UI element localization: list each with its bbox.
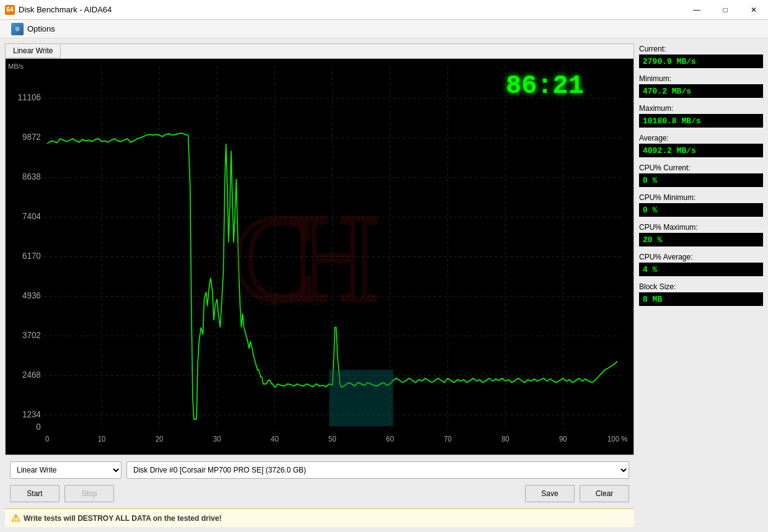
- maximum-value: 10180.8 MB/s: [639, 114, 763, 128]
- cpu-current-label: CPU% Current:: [639, 164, 763, 172]
- stat-cpu-avg: CPU% Average: 4 %: [639, 253, 763, 276]
- options-label: Options: [27, 24, 55, 33]
- chart-container: Linear Write MB/s 86:21 C H & Co: [5, 43, 634, 455]
- current-label: Current:: [639, 45, 763, 53]
- svg-text:0: 0: [45, 435, 50, 444]
- svg-text:70: 70: [444, 435, 452, 444]
- svg-text:2468: 2468: [22, 369, 41, 380]
- cpu-max-label: CPU% Maximum:: [639, 223, 763, 232]
- cpu-current-value: 0 %: [639, 173, 763, 187]
- cpu-avg-value: 4 %: [639, 263, 763, 276]
- svg-text:40: 40: [271, 435, 279, 444]
- controls-bar: Linear Write Disk Drive #0 [Corsair MP70…: [5, 459, 634, 481]
- close-button[interactable]: ✕: [739, 0, 768, 20]
- average-value: 4092.2 MB/s: [639, 144, 763, 157]
- stat-cpu-max: CPU% Maximum: 20 %: [639, 223, 763, 246]
- options-menu-item[interactable]: ⚙ Options: [5, 20, 61, 38]
- stat-block-size: Block Size: 8 MB: [639, 282, 763, 306]
- chart-area: MB/s 86:21 C H & Co: [6, 59, 633, 455]
- svg-text:90: 90: [559, 435, 567, 444]
- app-icon: 64: [5, 5, 15, 15]
- y-axis-label: MB/s: [8, 63, 24, 70]
- test-type-select[interactable]: Linear Write: [10, 461, 121, 479]
- svg-text:4936: 4936: [22, 290, 41, 300]
- cpu-max-value: 20 %: [639, 233, 763, 246]
- cpu-min-label: CPU% Minimum:: [639, 193, 763, 202]
- stat-minimum: Minimum: 470.2 MB/s: [639, 74, 763, 98]
- chart-tab[interactable]: Linear Write: [6, 44, 61, 58]
- svg-text:8638: 8638: [22, 171, 41, 181]
- warning-bar: ⚠ Write tests will DESTROY ALL DATA on t…: [5, 508, 634, 527]
- svg-text:0: 0: [36, 421, 41, 432]
- svg-text:30: 30: [213, 435, 221, 444]
- window-title: Disk Benchmark - AIDA64: [19, 5, 112, 14]
- minimum-label: Minimum:: [639, 74, 763, 83]
- svg-text:80: 80: [501, 435, 510, 444]
- svg-text:20: 20: [156, 435, 164, 444]
- cpu-avg-label: CPU% Average:: [639, 253, 763, 261]
- svg-rect-43: [329, 370, 393, 426]
- clear-button[interactable]: Clear: [580, 485, 629, 502]
- minimize-button[interactable]: —: [682, 0, 711, 20]
- stat-maximum: Maximum: 10180.8 MB/s: [639, 104, 763, 128]
- menu-bar: ⚙ Options: [0, 20, 768, 38]
- disk-select[interactable]: Disk Drive #0 [Corsair MP700 PRO SE] (37…: [126, 461, 629, 479]
- title-bar: 64 Disk Benchmark - AIDA64 — □ ✕: [0, 0, 768, 20]
- svg-text:6170: 6170: [22, 250, 41, 261]
- minimum-value: 470.2 MB/s: [639, 84, 763, 98]
- block-size-label: Block Size:: [639, 282, 763, 291]
- warning-text: Write tests will DESTROY ALL DATA on the…: [24, 514, 221, 523]
- right-panel: Current: 2790.9 MB/s Minimum: 470.2 MB/s…: [639, 43, 763, 527]
- stat-current: Current: 2790.9 MB/s: [639, 45, 763, 68]
- svg-rect-3: [6, 59, 633, 455]
- cpu-min-value: 0 %: [639, 203, 763, 217]
- block-size-value: 8 MB: [639, 292, 763, 306]
- svg-text:11106: 11106: [18, 92, 41, 103]
- main-container: Linear Write MB/s 86:21 C H & Co: [0, 38, 768, 532]
- options-icon: ⚙: [11, 23, 24, 35]
- benchmark-chart: 11106 9872 8638 7404 6170 4936 3702 2468…: [6, 59, 633, 455]
- warning-icon: ⚠: [11, 512, 20, 524]
- average-label: Average:: [639, 134, 763, 142]
- svg-text:3702: 3702: [22, 329, 41, 340]
- window-controls: — □ ✕: [682, 0, 768, 20]
- svg-text:10: 10: [98, 435, 106, 444]
- save-button[interactable]: Save: [525, 485, 575, 502]
- maximum-label: Maximum:: [639, 104, 763, 113]
- left-panel: Linear Write MB/s 86:21 C H & Co: [5, 43, 634, 527]
- maximize-button[interactable]: □: [711, 0, 739, 20]
- svg-text:60: 60: [386, 435, 394, 444]
- svg-text:50: 50: [329, 435, 337, 444]
- stat-cpu-current: CPU% Current: 0 %: [639, 164, 763, 187]
- stat-average: Average: 4092.2 MB/s: [639, 134, 763, 157]
- current-value: 2790.9 MB/s: [639, 55, 763, 68]
- svg-text:7404: 7404: [22, 211, 41, 221]
- start-button[interactable]: Start: [10, 485, 60, 502]
- stat-cpu-min: CPU% Minimum: 0 %: [639, 193, 763, 217]
- svg-text:100 %: 100 %: [607, 435, 628, 444]
- svg-text:9872: 9872: [22, 132, 41, 142]
- stop-button[interactable]: Stop: [64, 485, 114, 502]
- svg-text:1234: 1234: [22, 409, 41, 419]
- action-buttons-row: Start Stop Save Clear: [5, 485, 634, 505]
